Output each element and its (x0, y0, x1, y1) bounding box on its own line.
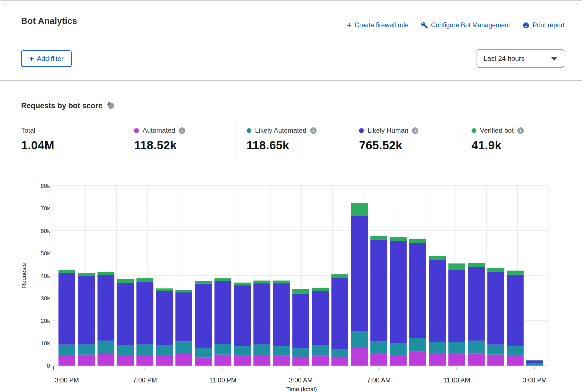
requests-by-bot-score-header: Requests by bot score (21, 102, 114, 110)
section-title: Requests by bot score (21, 102, 103, 110)
stat-separator (349, 124, 349, 160)
svg-text:7:00 AM: 7:00 AM (367, 377, 391, 384)
svg-text:Requests: Requests (21, 263, 27, 288)
stat-total-value: 1.04M (21, 139, 54, 152)
stat-likely-automated-label: Likely Automated (255, 127, 306, 134)
header-actions: + Create firewall rule Configure Bot Man… (347, 21, 565, 29)
svg-text:40k: 40k (40, 272, 50, 279)
stat-total-label: Total (21, 127, 35, 134)
chevron-down-icon (551, 57, 557, 61)
page-top-border (0, 0, 582, 1)
section-divider (0, 80, 582, 81)
stat-automated-value: 118.52k (134, 139, 185, 152)
plus-icon: + (347, 22, 351, 28)
pie-chart-icon (107, 102, 114, 110)
stat-verified-bot-label: Verified bot (480, 127, 514, 134)
stat-likely-automated: Likely Automated i 118.65k (247, 127, 317, 152)
info-icon[interactable]: i (517, 127, 524, 134)
likely-automated-legend-dot (247, 128, 251, 133)
svg-text:11:00 AM: 11:00 AM (443, 377, 470, 384)
stat-automated: Automated i 118.52k (134, 127, 185, 152)
svg-text:30k: 30k (40, 295, 50, 301)
info-icon[interactable]: i (179, 127, 185, 134)
page-title: Bot Analytics (21, 16, 77, 26)
add-filter-label: Add filter (37, 55, 64, 63)
automated-legend-dot (134, 128, 139, 133)
svg-text:50k: 50k (40, 250, 50, 256)
svg-text:0: 0 (47, 362, 50, 369)
svg-text:7:00 PM: 7:00 PM (133, 377, 157, 384)
svg-text:3:00 PM: 3:00 PM (523, 377, 547, 384)
stat-automated-label: Automated (143, 127, 175, 134)
stat-total: Total 1.04M (21, 127, 54, 152)
add-filter-button[interactable]: + Add filter (21, 50, 72, 67)
svg-text:10k: 10k (40, 340, 50, 346)
likely-human-legend-dot (359, 128, 364, 133)
stat-verified-bot-value: 41.9k (472, 139, 524, 152)
svg-text:60k: 60k (40, 227, 50, 234)
configure-bot-management-link[interactable]: Configure Bot Management (421, 21, 510, 29)
stat-separator (461, 124, 461, 160)
svg-text:11:00 PM: 11:00 PM (209, 377, 236, 384)
info-icon[interactable]: i (310, 127, 317, 134)
create-firewall-rule-link[interactable]: + Create firewall rule (347, 21, 409, 29)
print-report-link[interactable]: Print report (522, 21, 565, 29)
verified-bot-legend-dot (472, 128, 476, 133)
info-icon[interactable]: i (412, 127, 418, 134)
svg-text:70k: 70k (40, 205, 50, 211)
stat-separator (124, 124, 124, 160)
printer-icon (522, 22, 529, 29)
svg-text:3:00 PM: 3:00 PM (55, 377, 79, 384)
svg-text:80k: 80k (40, 183, 50, 189)
time-range-value: Last 24 hours (484, 55, 524, 62)
stat-likely-automated-value: 118.65k (247, 139, 317, 152)
plus-icon: + (29, 54, 34, 63)
svg-text:Time (local): Time (local) (286, 386, 317, 392)
wrench-icon (421, 22, 428, 29)
stat-likely-human-value: 765.52k (359, 139, 418, 152)
bot-analytics-card (4, 3, 578, 81)
configure-bot-management-label: Configure Bot Management (431, 21, 510, 29)
stat-verified-bot: Verified bot i 41.9k (472, 127, 524, 152)
print-report-label: Print report (533, 21, 565, 29)
time-range-select[interactable]: Last 24 hours (477, 49, 564, 68)
chart-svg: 010k20k30k40k50k60k70k80k3:00 PM7:00 PM1… (0, 174, 582, 392)
svg-text:3:00 AM: 3:00 AM (289, 377, 313, 384)
stat-separator (236, 124, 236, 160)
requests-stacked-bar-chart: 010k20k30k40k50k60k70k80k3:00 PM7:00 PM1… (0, 174, 582, 392)
create-firewall-rule-label: Create firewall rule (355, 21, 409, 29)
stat-likely-human: Likely Human i 765.52k (359, 127, 418, 152)
stat-likely-human-label: Likely Human (367, 127, 408, 134)
svg-text:20k: 20k (40, 317, 50, 324)
